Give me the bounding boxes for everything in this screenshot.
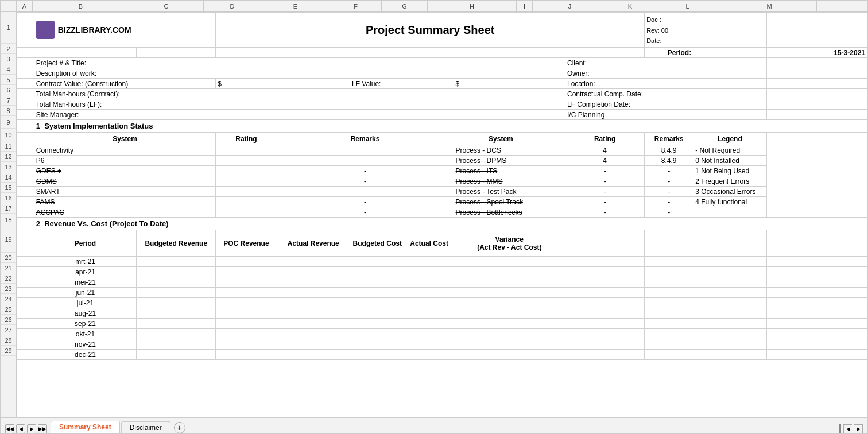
cell-period-26: sep-21 xyxy=(34,319,136,329)
row-29: dec-21 xyxy=(17,350,867,360)
cell-a26 xyxy=(17,319,34,329)
legend-code-14: 2 xyxy=(695,177,699,185)
cell-l19 xyxy=(693,230,766,257)
cell-a24 xyxy=(17,298,34,308)
cell-j21 xyxy=(565,267,644,277)
cell-rat2-15: - xyxy=(565,187,644,197)
cell-budgrev-25 xyxy=(137,308,216,319)
cell-a5 xyxy=(17,79,34,89)
scroll-right-btn[interactable]: ▶ xyxy=(854,424,863,433)
cell-pocrev-29 xyxy=(216,350,277,360)
cell-sys2-13: Process - ITS xyxy=(454,166,548,176)
col-header-m[interactable]: M xyxy=(722,1,817,11)
cell-rating1-header: Rating xyxy=(216,133,277,145)
cell-rat2-14: - xyxy=(565,176,644,187)
cell-a27 xyxy=(17,329,34,339)
cell-l29 xyxy=(693,350,766,360)
cell-rat1-16 xyxy=(216,197,277,207)
col-header-l[interactable]: L xyxy=(653,1,722,11)
tab-summary-sheet[interactable]: Summary Sheet xyxy=(51,421,120,433)
cell-i15 xyxy=(548,187,565,197)
cell-pocrev-26 xyxy=(216,319,277,329)
cell-budg-cost-header: Budgeted Cost xyxy=(350,230,405,257)
cell-lf-value: LF Value: xyxy=(350,79,454,89)
cell-m25 xyxy=(766,308,867,319)
cell-sys1-15: SMART xyxy=(34,187,216,197)
col-header-j[interactable]: J xyxy=(533,1,607,11)
col-header-e[interactable]: E xyxy=(261,1,330,11)
cell-actrev-20 xyxy=(277,257,350,267)
cell-k21 xyxy=(645,267,693,277)
legend-code-11: - xyxy=(695,146,698,154)
cell-m20 xyxy=(766,257,867,267)
tab-disclaimer[interactable]: Disclaimer xyxy=(121,421,170,433)
col-header-k[interactable]: K xyxy=(607,1,653,11)
cell-i10 xyxy=(548,133,565,145)
cell-a2 xyxy=(17,48,34,58)
cell-manhours-lf: Total Man-hours (LF): xyxy=(34,99,277,110)
legend-text-14: Frequent Errors xyxy=(701,177,749,185)
tab-last-btn[interactable]: ▶▶ xyxy=(38,424,47,433)
col-header-a[interactable]: A xyxy=(17,1,33,11)
cell-budg-rev-header: Budgeted Revenue xyxy=(137,230,216,257)
row-numbers: 1 2 3 4 5 6 7 8 9 10 11 12 13 14 15 16 1… xyxy=(1,12,17,417)
cell-legend-header: Legend xyxy=(693,133,766,145)
cell-remarks2-header: Remarks xyxy=(645,133,693,145)
row-num-19: 19 xyxy=(1,226,16,253)
cell-h2 xyxy=(454,48,548,58)
logo-text: BIZZLIBRARY.COM xyxy=(58,25,131,34)
col-header-f[interactable]: F xyxy=(330,1,382,11)
cell-j19 xyxy=(565,230,644,257)
cell-variance-28 xyxy=(454,339,565,350)
cell-m1 xyxy=(766,13,867,48)
cell-i4 xyxy=(548,68,565,79)
add-sheet-button[interactable]: + xyxy=(174,422,185,433)
row-num-3: 3 xyxy=(1,54,16,64)
cell-m5 xyxy=(766,79,867,89)
cell-budgrev-21 xyxy=(137,267,216,277)
cell-j24 xyxy=(565,298,644,308)
cell-actcost-26 xyxy=(405,319,454,329)
cell-l8 xyxy=(693,110,766,120)
cell-pocrev-22 xyxy=(216,277,277,288)
cell-a19 xyxy=(17,230,34,257)
cell-variance-21 xyxy=(454,267,565,277)
cell-leg-13: 1 Not Being Used xyxy=(693,166,766,176)
logo-area: BIZZLIBRARY.COM xyxy=(36,21,214,39)
cell-l27 xyxy=(693,329,766,339)
cell-h6 xyxy=(454,89,548,99)
cell-variance-20 xyxy=(454,257,565,267)
row-28: nov-21 xyxy=(17,339,867,350)
cell-client: Client: xyxy=(565,58,693,68)
col-header-g[interactable]: G xyxy=(382,1,428,11)
cell-budgcost-20 xyxy=(350,257,405,267)
col-header-d[interactable]: D xyxy=(204,1,261,11)
row-num-18: 18 xyxy=(1,214,16,226)
cell-i13 xyxy=(548,166,565,176)
scroll-left-btn[interactable]: ◀ xyxy=(843,424,852,433)
cell-budgrev-22 xyxy=(137,277,216,288)
cell-lf-completion: LF Completion Date: xyxy=(565,99,766,110)
cell-j29 xyxy=(565,350,644,360)
cell-ic-planning: I/C Planning xyxy=(565,110,693,120)
row-4: Description of work: Owner: xyxy=(17,68,867,79)
cell-rem1-11 xyxy=(277,145,454,156)
col-header-i[interactable]: I xyxy=(517,1,533,11)
cell-actcost-23 xyxy=(405,288,454,298)
row-17: ACCPAC - Process - Bottlenecks - - xyxy=(17,207,867,218)
cell-a18 xyxy=(17,218,34,230)
cell-actcost-28 xyxy=(405,339,454,350)
section2-title: Revenue Vs. Cost (Project To Date) xyxy=(44,219,168,228)
cell-k27 xyxy=(645,329,693,339)
col-header-c[interactable]: C xyxy=(129,1,204,11)
tab-first-btn[interactable]: ◀◀ xyxy=(5,424,14,433)
cell-a21 xyxy=(17,267,34,277)
col-header-b[interactable]: B xyxy=(33,1,129,11)
tab-next-btn[interactable]: ▶ xyxy=(27,424,36,433)
date-label: Date: xyxy=(646,36,764,46)
cell-rat2-13: - xyxy=(565,166,644,176)
tab-prev-btn[interactable]: ◀ xyxy=(16,424,25,433)
row-num-9: 9 xyxy=(1,116,16,129)
col-header-h[interactable]: H xyxy=(428,1,517,11)
cell-e6 xyxy=(277,89,350,99)
